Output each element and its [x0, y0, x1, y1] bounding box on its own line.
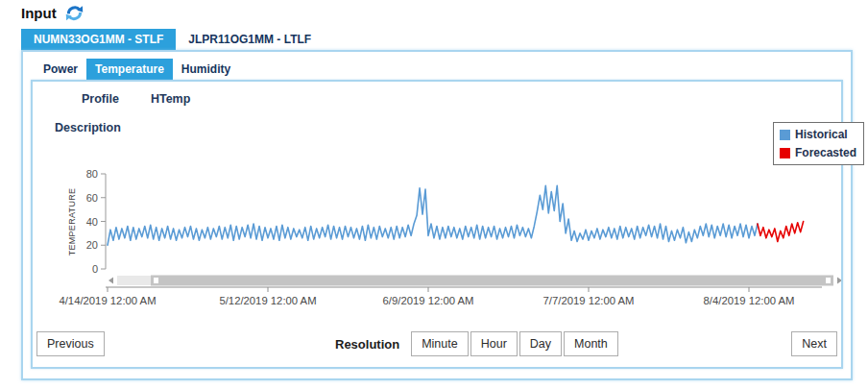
dataset-panel: Power Temperature Humidity Profile HTemp… — [21, 50, 853, 380]
previous-button[interactable]: Previous — [36, 331, 105, 356]
legend-item-forecasted: Forecasted — [780, 146, 856, 159]
chart-legend: Historical Forecasted — [773, 122, 864, 165]
resolution-hour-button[interactable]: Hour — [470, 331, 518, 356]
tab-jlpr11og1mm-ltlf[interactable]: JLPR11OG1MM - LTLF — [176, 29, 324, 50]
svg-text:60: 60 — [86, 192, 98, 204]
tab-numn33og1mm-stlf[interactable]: NUMN33OG1MM - STLF — [21, 29, 176, 50]
x-axis: 4/14/2019 12:00 AM5/12/2019 12:00 AM6/9/… — [59, 287, 822, 306]
y-axis: 020406080TEMPERATURE — [67, 168, 106, 275]
svg-text:4/14/2019 12:00 AM: 4/14/2019 12:00 AM — [59, 295, 156, 306]
historical-swatch — [780, 130, 790, 140]
tab-power[interactable]: Power — [35, 59, 86, 80]
svg-text:20: 20 — [86, 239, 98, 251]
refresh-icon[interactable] — [64, 3, 84, 23]
scrollbar-left-arrow-icon[interactable] — [108, 278, 113, 284]
legend-label-historical: Historical — [795, 128, 848, 141]
range-scrollbar[interactable] — [108, 276, 841, 286]
scrollbar-right-arrow-icon[interactable] — [837, 278, 841, 284]
page-title: Input — [21, 5, 57, 21]
tab-humidity[interactable]: Humidity — [173, 59, 239, 80]
scrollbar-right-grip[interactable] — [826, 278, 831, 283]
temperature-chart: 020406080TEMPERATURE 4/14/2019 12:00 AM5… — [33, 82, 841, 367]
scrollbar-thumb[interactable] — [151, 276, 833, 286]
legend-item-historical: Historical — [780, 128, 856, 141]
scrollbar-left-grip[interactable] — [154, 278, 158, 283]
chart-series — [108, 185, 804, 245]
svg-text:0: 0 — [92, 263, 98, 275]
svg-text:8/4/2019 12:00 AM: 8/4/2019 12:00 AM — [704, 295, 795, 306]
temperature-panel: Profile HTemp Description Historical For… — [31, 80, 843, 369]
tab-temperature[interactable]: Temperature — [86, 59, 173, 80]
resolution-label: Resolution — [335, 337, 399, 352]
dataset-tabs: NUMN33OG1MM - STLF JLPR11OG1MM - LTLF — [21, 29, 324, 50]
svg-text:7/7/2019 12:00 AM: 7/7/2019 12:00 AM — [543, 295, 635, 306]
next-button[interactable]: Next — [791, 331, 837, 356]
measure-tabs: Power Temperature Humidity — [35, 59, 851, 80]
svg-text:5/12/2019 12:00 AM: 5/12/2019 12:00 AM — [219, 295, 316, 306]
resolution-day-button[interactable]: Day — [519, 331, 562, 356]
svg-text:TEMPERATURE: TEMPERATURE — [67, 188, 77, 256]
svg-text:80: 80 — [86, 168, 98, 180]
resolution-minute-button[interactable]: Minute — [411, 331, 469, 356]
svg-text:6/9/2019 12:00 AM: 6/9/2019 12:00 AM — [383, 295, 474, 306]
svg-text:40: 40 — [86, 216, 98, 228]
resolution-group: Resolution Minute Hour Day Month — [335, 331, 620, 356]
legend-label-forecasted: Forecasted — [795, 146, 856, 159]
forecasted-swatch — [780, 148, 790, 158]
header: Input — [21, 3, 84, 23]
resolution-month-button[interactable]: Month — [564, 331, 618, 356]
